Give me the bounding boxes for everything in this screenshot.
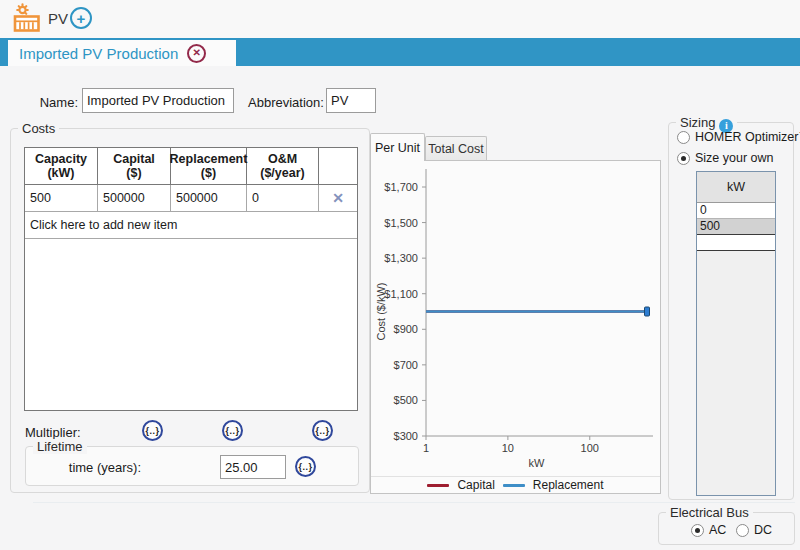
header-capacity: Capacity(kW) [25, 148, 98, 185]
sizing-table: kW 0 500 [696, 171, 776, 496]
radio-label: AC [709, 523, 726, 537]
electrical-bus-groupbox: Electrical Bus AC DC [658, 512, 795, 545]
sizing-table-header: kW [697, 172, 775, 203]
name-input[interactable] [82, 88, 234, 113]
sizing-row-0[interactable]: 0 [697, 203, 775, 219]
component-label: PV [48, 10, 68, 27]
app-stage: PV + Imported PV Production ✕ Name: Abbr… [0, 0, 800, 550]
cell-capital[interactable]: 500000 [98, 185, 171, 212]
header-om: O&M($/year) [247, 148, 319, 185]
radio-icon [677, 152, 690, 165]
add-row[interactable]: Click here to add new item [25, 212, 357, 239]
delete-row-button[interactable]: ✕ [319, 185, 357, 212]
component-tab[interactable]: Imported PV Production ✕ [8, 40, 236, 66]
capital-legend-label: Capital [457, 478, 494, 492]
close-tab-button[interactable]: ✕ [187, 44, 206, 63]
svg-text:$1,300: $1,300 [384, 252, 418, 264]
cell-replacement[interactable]: 500000 [171, 185, 247, 212]
costs-group-label: Costs [18, 121, 59, 136]
cost-table-header-row: Capacity(kW) Capital($) Replacement($) O… [25, 148, 357, 185]
costs-groupbox: Costs Capacity(kW) Capital($) Replacemen… [10, 128, 370, 493]
multiplier-label: Multiplier: [25, 425, 81, 440]
radio-ac[interactable]: AC [691, 523, 726, 537]
sizing-row-500[interactable]: 500 [697, 219, 775, 235]
radio-icon [691, 524, 704, 537]
cell-om[interactable]: 0 [247, 185, 319, 212]
lifetime-multiplier-button[interactable]: {..} [295, 456, 316, 477]
multiplier-capital-button[interactable]: {..} [142, 420, 163, 441]
name-label: Name: [18, 95, 78, 110]
sizing-row-new[interactable] [697, 235, 775, 251]
svg-text:$900: $900 [394, 323, 418, 335]
electrical-bus-label: Electrical Bus [666, 505, 753, 520]
abbreviation-label: Abbreviation: [248, 95, 324, 110]
cell-capacity[interactable]: 500 [25, 185, 98, 212]
cost-table: Capacity(kW) Capital($) Replacement($) O… [24, 147, 358, 411]
tab-per-unit[interactable]: Per Unit [370, 133, 425, 161]
svg-text:$500: $500 [394, 394, 418, 406]
lifetime-group-label: Lifetime [33, 439, 87, 454]
radio-icon [677, 131, 690, 144]
lifetime-time-label: time (years): [46, 460, 141, 475]
header-actions [319, 148, 357, 185]
radio-icon [736, 524, 749, 537]
radio-size-your-own[interactable]: Size your own [677, 151, 774, 165]
radio-label: Size your own [695, 151, 774, 165]
radio-label: HOMER Optimizer™ [695, 130, 800, 144]
plus-icon: + [77, 11, 86, 26]
radio-dc[interactable]: DC [736, 523, 772, 537]
chart-panel-body: $300$500$700$900$1,100$1,300$1,500$1,700… [370, 160, 661, 494]
svg-text:1: 1 [423, 442, 429, 454]
multiplier-replacement-button[interactable]: {..} [222, 420, 243, 441]
capital-legend-dash [427, 484, 449, 487]
content-bottom-divider [33, 502, 795, 503]
header-replacement: Replacement($) [171, 148, 247, 185]
svg-text:$700: $700 [394, 359, 418, 371]
add-component-button[interactable]: + [70, 7, 92, 29]
svg-text:kW: kW [529, 457, 546, 469]
lifetime-groupbox: Lifetime time (years): {..} [25, 446, 359, 486]
close-icon: ✕ [193, 48, 201, 58]
chart-area: Per Unit Total Cost $300$500$700$900$1,1… [370, 133, 661, 494]
tab-total-cost[interactable]: Total Cost [425, 136, 487, 161]
svg-text:$1,500: $1,500 [384, 217, 418, 229]
radio-homer-optimizer[interactable]: HOMER Optimizer™ [677, 130, 800, 144]
svg-text:10: 10 [502, 442, 514, 454]
abbreviation-input[interactable] [326, 88, 376, 113]
top-toolbar: PV + [0, 0, 800, 38]
lifetime-time-input[interactable] [220, 455, 286, 479]
tab-title: Imported PV Production [19, 45, 178, 62]
radio-label: DC [754, 523, 772, 537]
chart-legend: CapitalReplacement [371, 476, 660, 493]
svg-text:$1,100: $1,100 [384, 288, 418, 300]
delete-icon: ✕ [332, 190, 344, 206]
svg-text:100: 100 [581, 442, 599, 454]
replacement-legend-dash [503, 484, 525, 487]
cost-table-empty-area [25, 239, 357, 410]
sizing-groupbox: Sizingi HOMER Optimizer™ Size your own k… [668, 122, 794, 500]
header-capital: Capital($) [98, 148, 171, 185]
cost-table-row: 500 500000 500000 0 ✕ [25, 185, 357, 212]
sizing-table-empty-area [697, 251, 775, 495]
svg-text:$1,700: $1,700 [384, 181, 418, 193]
replacement-legend-label: Replacement [533, 478, 604, 492]
pv-panel-icon [13, 3, 41, 34]
svg-text:$300: $300 [394, 430, 418, 442]
svg-text:Cost ($/kW): Cost ($/kW) [375, 282, 387, 340]
cost-chart: $300$500$700$900$1,100$1,300$1,500$1,700… [371, 161, 660, 477]
multiplier-om-button[interactable]: {..} [312, 420, 333, 441]
